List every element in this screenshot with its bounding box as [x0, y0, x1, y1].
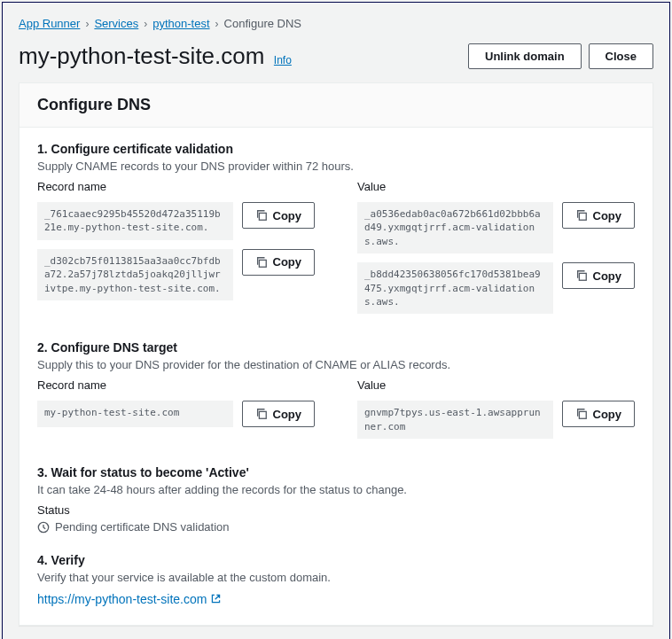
- copy-button[interactable]: Copy: [562, 401, 636, 427]
- cert-value-2: _b8dd42350638056fc170d5381bea9475.yxmgqt…: [357, 262, 553, 314]
- copy-icon: [575, 209, 588, 222]
- copy-label: Copy: [593, 269, 622, 283]
- svg-rect-4: [259, 412, 266, 419]
- panel-title: Configure DNS: [37, 96, 635, 114]
- copy-icon: [255, 256, 268, 269]
- close-button[interactable]: Close: [589, 43, 653, 69]
- chevron-right-icon: ›: [144, 18, 147, 30]
- copy-label: Copy: [273, 255, 302, 269]
- breadcrumb-python-test[interactable]: python-test: [152, 17, 209, 30]
- status-label: Status: [37, 503, 635, 517]
- unlink-domain-button[interactable]: Unlink domain: [468, 43, 582, 69]
- copy-icon: [575, 269, 588, 282]
- copy-button[interactable]: Copy: [562, 262, 636, 289]
- external-link-icon: [210, 593, 222, 604]
- value-label: Value: [357, 378, 635, 392]
- breadcrumb-services[interactable]: Services: [94, 17, 138, 30]
- copy-label: Copy: [593, 209, 622, 222]
- svg-rect-5: [579, 412, 586, 419]
- step1-title: 1. Configure certificate validation: [37, 142, 635, 156]
- breadcrumb-current: Configure DNS: [224, 17, 301, 30]
- copy-icon: [255, 209, 268, 222]
- step3-desc: It can take 24-48 hours after adding the…: [37, 483, 635, 496]
- step4-desc: Verify that your service is available at…: [37, 571, 635, 584]
- copy-button[interactable]: Copy: [242, 202, 316, 229]
- breadcrumb-app-runner[interactable]: App Runner: [19, 17, 80, 30]
- record-name-label: Record name: [37, 180, 315, 193]
- step1-desc: Supply CNAME records to your DNS provide…: [37, 160, 635, 173]
- copy-button[interactable]: Copy: [242, 249, 316, 276]
- svg-rect-1: [259, 260, 266, 267]
- chevron-right-icon: ›: [215, 18, 219, 30]
- page-title: my-python-test-site.com: [19, 43, 264, 69]
- custom-domain-link-text: https://my-python-test-site.com: [37, 592, 207, 606]
- step2-title: 2. Configure DNS target: [37, 340, 635, 355]
- copy-label: Copy: [593, 408, 622, 421]
- chevron-right-icon: ›: [85, 18, 89, 30]
- record-name-label: Record name: [37, 378, 315, 392]
- step3-title: 3. Wait for status to become 'Active': [37, 465, 635, 479]
- cert-record-name-1: _761caaec9295b45520d472a35119b21e.my-pyt…: [37, 202, 233, 240]
- status-value: Pending certificate DNS validation: [55, 520, 230, 534]
- svg-rect-3: [579, 274, 586, 281]
- custom-domain-link[interactable]: https://my-python-test-site.com: [37, 592, 222, 606]
- info-link[interactable]: Info: [274, 54, 292, 66]
- pending-icon: [37, 521, 50, 534]
- copy-button[interactable]: Copy: [242, 401, 316, 427]
- step2-desc: Supply this to your DNS provider for the…: [37, 358, 635, 371]
- configure-dns-panel: Configure DNS 1. Configure certificate v…: [19, 82, 653, 626]
- copy-label: Copy: [273, 209, 302, 222]
- cert-value-1: _a0536edab0ac0a672b661d02bbb6ad49.yxmgqt…: [357, 202, 553, 253]
- copy-button[interactable]: Copy: [562, 202, 636, 229]
- copy-icon: [255, 408, 268, 420]
- dns-target-name: my-python-test-site.com: [37, 401, 233, 427]
- cert-record-name-2: _d302cb75f0113815aa3aa0cc7bfdba72.2a57j7…: [37, 249, 233, 300]
- step4-title: 4. Verify: [37, 553, 635, 567]
- dns-target-value: gnvmp7tpys.us-east-1.awsapprunner.com: [357, 401, 553, 439]
- svg-rect-2: [579, 213, 586, 220]
- copy-icon: [575, 408, 588, 420]
- breadcrumb: App Runner › Services › python-test › Co…: [19, 17, 653, 30]
- svg-rect-0: [259, 213, 266, 220]
- value-label: Value: [357, 180, 635, 193]
- copy-label: Copy: [273, 408, 302, 421]
